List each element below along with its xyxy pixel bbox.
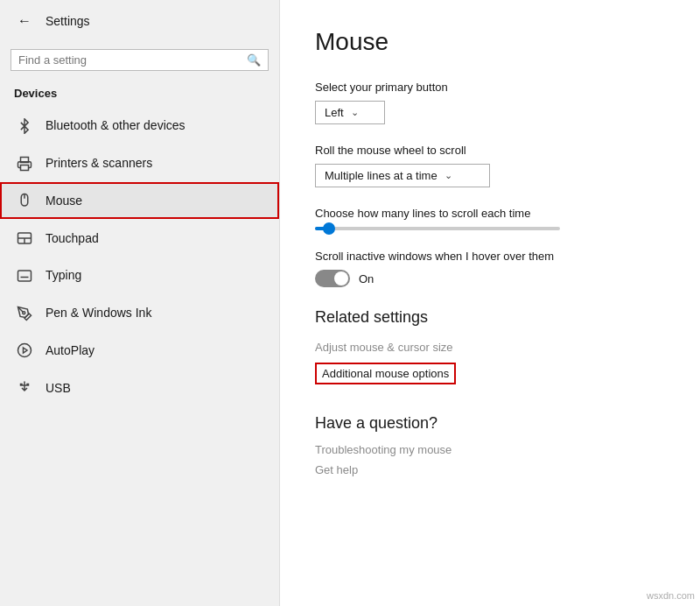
scroll-lines-slider-container (315, 227, 665, 230)
pen-icon (16, 305, 33, 321)
sidebar-item-printers-label: Printers & scanners (46, 156, 152, 170)
sidebar-title-label: Settings (46, 14, 90, 28)
search-icon: 🔍 (247, 53, 261, 67)
scroll-wheel-label: Roll the mouse wheel to scroll (315, 144, 665, 157)
get-help-link: Get help (315, 463, 665, 476)
back-button[interactable]: ← (14, 10, 35, 32)
scroll-lines-label: Choose how many lines to scroll each tim… (315, 207, 665, 220)
watermark: wsxdn.com (647, 590, 695, 601)
sidebar-item-usb[interactable]: USB (0, 369, 279, 406)
primary-button-value: Left (325, 106, 344, 119)
bluetooth-icon (16, 117, 33, 134)
sidebar-header: ← Settings (0, 0, 279, 42)
sidebar-item-bluetooth-label: Bluetooth & other devices (46, 118, 186, 132)
sidebar-item-printers[interactable]: Printers & scanners (0, 144, 279, 182)
sidebar-item-pen[interactable]: Pen & Windows Ink (0, 294, 279, 332)
sidebar-item-bluetooth[interactable]: Bluetooth & other devices (0, 107, 279, 144)
printer-icon (16, 155, 33, 172)
touchpad-icon (16, 229, 33, 246)
sidebar-item-mouse-label: Mouse (46, 194, 82, 208)
additional-mouse-options-link[interactable]: Additional mouse options (315, 363, 456, 384)
slider-track[interactable] (315, 227, 560, 230)
primary-button-dropdown[interactable]: Left ⌄ (315, 101, 385, 124)
inactive-scroll-toggle[interactable] (315, 270, 350, 287)
related-settings-title: Related settings (315, 308, 665, 327)
search-box[interactable]: 🔍 (10, 49, 269, 71)
question-title: Have a question? (315, 414, 665, 433)
troubleshoot-link: Troubleshooting my mouse (315, 443, 665, 456)
scroll-chevron-icon: ⌄ (444, 170, 452, 181)
sidebar-item-autoplay-label: AutoPlay (46, 343, 94, 357)
svg-point-14 (18, 344, 32, 357)
toggle-knob (334, 271, 348, 285)
autoplay-icon (16, 342, 33, 359)
sidebar-item-touchpad-label: Touchpad (46, 231, 99, 245)
main-content: Mouse Select your primary button Left ⌄ … (280, 0, 700, 606)
mouse-icon (16, 193, 33, 209)
sidebar-item-usb-label: USB (46, 381, 71, 395)
svg-marker-15 (24, 348, 28, 353)
sidebar-item-mouse[interactable]: Mouse (0, 182, 279, 220)
inactive-scroll-label: Scroll inactive windows when I hover ove… (315, 250, 665, 263)
inactive-scroll-state: On (359, 272, 374, 285)
svg-rect-1 (21, 165, 29, 170)
search-input[interactable] (18, 53, 242, 67)
sidebar-item-typing[interactable]: Typing (0, 257, 279, 294)
slider-thumb[interactable] (323, 222, 335, 235)
primary-button-label: Select your primary button (315, 81, 665, 94)
page-title: Mouse (315, 28, 665, 56)
inactive-scroll-toggle-row: On (315, 270, 665, 287)
sidebar: ← Settings 🔍 Devices Bluetooth & other d… (0, 0, 280, 606)
adjust-link: Adjust mouse & cursor size (315, 341, 665, 354)
scroll-wheel-dropdown[interactable]: Multiple lines at a time ⌄ (315, 164, 490, 187)
usb-icon (16, 379, 33, 396)
chevron-down-icon: ⌄ (351, 107, 359, 118)
sidebar-item-pen-label: Pen & Windows Ink (46, 306, 151, 320)
typing-icon (16, 267, 33, 284)
sidebar-item-autoplay[interactable]: AutoPlay (0, 332, 279, 370)
section-label: Devices (0, 81, 279, 107)
sidebar-item-typing-label: Typing (46, 268, 81, 282)
sidebar-item-touchpad[interactable]: Touchpad (0, 219, 279, 257)
scroll-wheel-value: Multiple lines at a time (325, 169, 438, 182)
svg-rect-7 (18, 271, 32, 281)
svg-point-13 (23, 311, 25, 314)
